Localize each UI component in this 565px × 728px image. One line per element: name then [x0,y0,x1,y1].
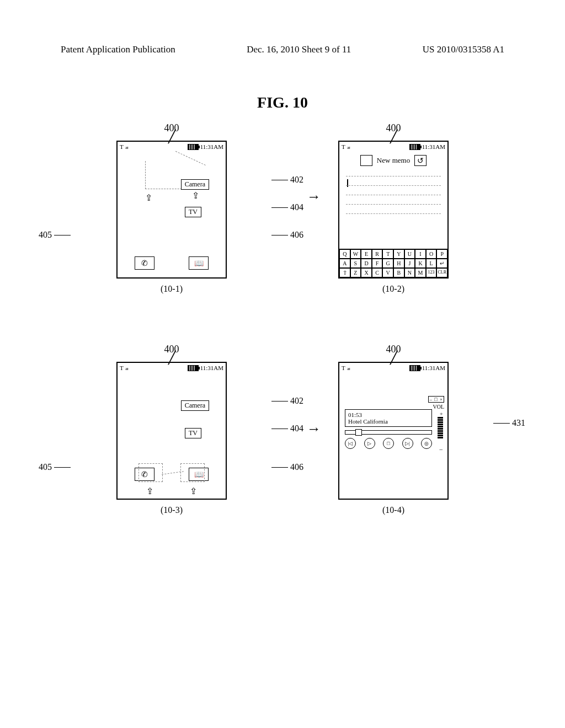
figure-grid: 400 ╱ T ₐₗₗ 11:31AM Camera TV ⇪ ⇪ ✆ [0,122,565,515]
key[interactable]: X [361,268,372,277]
key-enter[interactable]: ↵ [436,259,447,268]
track-title: Hotel California [348,418,429,425]
dock: ✆ 📖 [118,256,226,270]
memo-checkbox[interactable] [360,155,372,166]
key-123[interactable]: 123 [426,268,437,277]
antenna-icon: T [120,365,124,371]
ref-404: 404 [269,424,303,433]
gesture-box-right [180,463,205,482]
key[interactable]: A [339,259,350,268]
camera-button[interactable]: Camera [181,400,209,411]
undo-icon[interactable]: ↺ [414,155,427,166]
key[interactable]: Y [393,249,404,259]
key[interactable]: W [350,249,361,259]
status-bar: T ₐₗₗ 11:31AM [339,142,447,152]
leader-icon: ╱ [390,356,397,360]
status-bar: T ₐₗₗ 11:31AM [118,142,226,152]
figure-title: FIG. 10 [0,94,565,111]
status-time: 11:31AM [200,365,223,371]
page-header: Patent Application Publication Dec. 16, … [0,0,565,61]
memo-line[interactable] [346,206,441,214]
hand-cursor-icon: ⇪ [146,486,153,496]
header-center: Dec. 16, 2010 Sheet 9 of 11 [247,44,351,55]
ref-405: 405 [39,462,73,472]
vol-plus[interactable]: + [440,410,443,417]
battery-icon [409,144,420,150]
leader-icon: ╱ [168,356,175,360]
key[interactable]: M [415,268,426,277]
ref-431: 431 [491,418,525,428]
ref-402: 402 [269,396,303,406]
book-icon[interactable]: 📖 [189,256,209,270]
key[interactable]: U [404,249,415,259]
dock: ✆ 📖 [118,468,226,481]
eq-button[interactable]: ◎ [421,438,432,449]
signal-icon: ₐₗₗ [347,144,350,150]
phone-screen-3: T ₐₗₗ 11:31AM Camera TV ✆ 📖 ⇪ ⇪ [116,362,227,500]
memo-line[interactable] [346,178,441,186]
camera-button[interactable]: Camera [181,179,209,190]
memo-line[interactable] [346,196,441,205]
vol-minus[interactable]: – [440,446,443,452]
key[interactable]: R [372,249,383,259]
window-controls[interactable]: – □ × [428,396,444,403]
panel-10-3: 400 ╱ T ₐₗₗ 11:31AM Camera TV ✆ 📖 [77,344,266,515]
tv-button[interactable]: TV [185,207,201,217]
key[interactable]: Q [339,249,350,259]
key[interactable]: V [382,268,393,277]
panel-10-4: 400 ╱ T ₐₗₗ 11:31AM – □ × VOL + – 01 [299,344,488,515]
key[interactable]: C [372,268,383,277]
antenna-icon: T [120,143,124,150]
sublabel-10-3: (10-3) [161,505,183,515]
status-time: 11:31AM [200,143,223,150]
signal-icon: ₐₗₗ [125,144,128,150]
status-time: 11:31AM [422,143,445,150]
play-time: 01:53 [348,411,429,418]
key-clr[interactable]: CLR [436,268,447,277]
phone-screen-4: T ₐₗₗ 11:31AM – □ × VOL + – 01:53 Hotel … [338,362,449,500]
panel-10-1: 400 ╱ T ₐₗₗ 11:31AM Camera TV ⇪ ⇪ ✆ [77,122,266,294]
leader-icon: ╱ [390,135,397,138]
progress-slider[interactable] [345,430,432,435]
sublabel-10-2: (10-2) [382,284,404,294]
signal-icon: ₐₗₗ [347,365,350,371]
key[interactable]: J [404,259,415,268]
key[interactable]: F [372,259,383,268]
signal-icon: ₐₗₗ [125,365,128,371]
key[interactable]: B [393,268,404,277]
sublabel-10-4: (10-4) [382,505,404,515]
key-shift[interactable]: ⇧ [339,268,350,277]
header-right: US 2010/0315358 A1 [423,44,504,55]
volume-bar[interactable] [438,417,443,438]
key[interactable]: E [361,249,372,259]
memo-line[interactable] [346,187,441,195]
key[interactable]: P [436,249,447,259]
key[interactable]: K [415,259,426,268]
memo-title: New memo [377,156,410,165]
key[interactable]: L [426,259,437,268]
key[interactable]: H [393,259,404,268]
prev-button[interactable]: |◁ [345,438,356,449]
phone-icon[interactable]: ✆ [135,256,154,270]
antenna-icon: T [342,365,345,371]
ref-405: 405 [39,230,73,240]
next-button[interactable]: ▷| [402,438,413,449]
status-time: 11:31AM [422,365,445,371]
hand-cursor-icon: ⇪ [190,486,197,496]
keyboard[interactable]: Q W E R T Y U I O P A S D F G H J K L ↵ [339,249,447,277]
memo-line[interactable] [346,168,441,176]
play-button[interactable]: ▷ [364,438,375,449]
tv-button[interactable]: TV [185,428,201,438]
leader-icon: ╱ [168,135,175,138]
player-controls: |◁ ▷ □ ▷| ◎ [345,438,432,449]
track-info: 01:53 Hotel California [345,409,432,427]
key[interactable]: O [426,249,437,259]
key[interactable]: G [382,259,393,268]
key[interactable]: N [404,268,415,277]
key[interactable]: S [350,259,361,268]
key[interactable]: D [361,259,372,268]
key[interactable]: T [382,249,393,259]
stop-button[interactable]: □ [383,438,394,449]
key[interactable]: Z [350,268,361,277]
key[interactable]: I [415,249,426,259]
